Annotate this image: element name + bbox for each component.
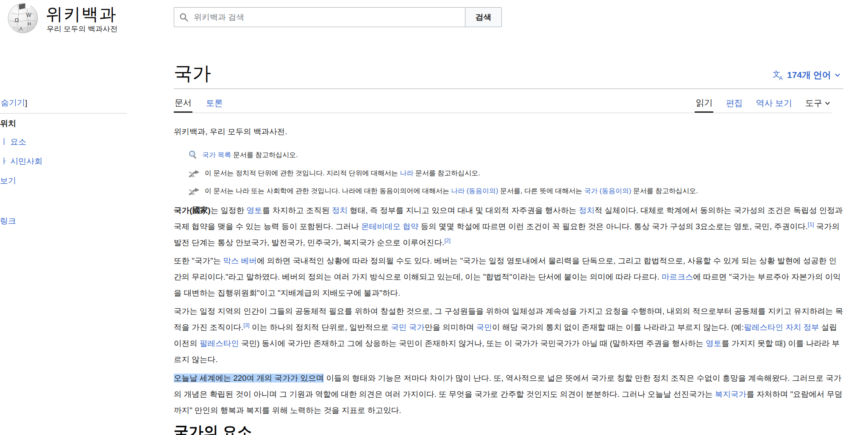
tab-tools[interactable]: 도구 — [804, 94, 832, 113]
wiki-link[interactable]: 나라 (동음이의) — [451, 187, 498, 194]
svg-text:W: W — [26, 12, 31, 18]
reference-link[interactable]: [1] — [808, 221, 814, 227]
wiki-link[interactable]: 팔레스타인 — [200, 339, 239, 348]
language-icon: 文 A — [773, 69, 784, 80]
tab-talk-label: 토론 — [206, 97, 223, 109]
highlighted-text: 오늘날 세계에는 220여 개의 국가가 있으며 — [174, 374, 324, 382]
hatnote-text: 이 문서는 나라 또는 사회학에 관한 것입니다. 나라에 대한 동음이의어에 … — [205, 185, 698, 197]
wiki-link[interactable]: 국가 (동음이의) — [584, 187, 631, 194]
hide-bracket: ] — [25, 98, 27, 107]
hatnote-disambiguation-1: 이 문서는 정치적 단위에 관한 것입니다. 지리적 단위에 대해서는 나라 문… — [188, 167, 843, 183]
hide-link-label[interactable]: 숨기기 — [1, 98, 25, 107]
magnifier-icon — [188, 150, 198, 164]
language-count-label: 174개 언어 — [787, 69, 831, 81]
search-icon — [179, 13, 189, 22]
wiki-link[interactable]: 나라 — [400, 169, 413, 177]
tab-edit[interactable]: 편집 — [725, 94, 743, 113]
section-heading-elements: 국가의 요소 — [174, 423, 843, 435]
wiki-link[interactable]: 막스 베버 — [223, 256, 257, 265]
wiki-link[interactable]: 마르크스 — [662, 272, 693, 281]
wiki-link[interactable]: 영토 — [246, 206, 262, 215]
language-selector-button[interactable]: 文 A 174개 언어 — [773, 69, 841, 81]
paragraph-weber-marx: 또한 "국가"는 막스 베버에 의하면 국내적인 상황에 따라 정의될 수도 있… — [174, 253, 843, 301]
title-divider — [174, 89, 843, 89]
tab-history-label: 역사 보기 — [756, 97, 792, 109]
site-tagline: 우리 모두의 백과사전 — [47, 24, 117, 34]
search-input[interactable] — [193, 12, 461, 22]
svg-text:Ω: Ω — [15, 17, 19, 23]
sidebar-divider — [0, 113, 127, 114]
svg-text:H: H — [28, 21, 31, 27]
wiki-link[interactable]: 복지국가 — [715, 390, 746, 399]
reference-link[interactable]: [3] — [243, 322, 249, 328]
wiki-link[interactable]: 국가 목록 — [202, 151, 231, 158]
tab-read[interactable]: 읽기 — [695, 94, 713, 113]
sidebar-hide-toggle[interactable]: 숨기기] — [1, 97, 132, 108]
hatnote-text: 국가 목록 문서를 참고하십시오. — [202, 149, 298, 161]
paragraph-definition: 국가(國家)는 일정한 영토를 차지하고 조직된 정치 형태, 즉 정부를 지니… — [174, 202, 843, 251]
reference-link[interactable]: [2] — [444, 237, 450, 244]
tab-edit-label: 편집 — [726, 97, 743, 109]
wiki-link[interactable]: 팔레스타인 자치 정부 — [744, 323, 819, 332]
site-subtitle: 위키백과, 우리 모두의 백과사전. — [174, 124, 843, 140]
wikipedia-globe-logo[interactable]: Ω W H 人 — [6, 2, 40, 33]
bold-term: 국가(國家) — [174, 206, 211, 215]
svg-text:A: A — [779, 75, 783, 80]
fork-icon — [188, 168, 200, 183]
site-wordmark[interactable]: 위키백과 — [46, 3, 117, 26]
chevron-down-icon — [824, 100, 831, 106]
sidebar-item-civil-society[interactable]: ㅏ 시민사회 — [0, 156, 131, 167]
wiki-link[interactable]: 국민 — [476, 323, 492, 332]
page-title: 국가 — [174, 61, 211, 86]
svg-text:人: 人 — [19, 26, 23, 31]
tab-article[interactable]: 문서 — [174, 94, 192, 113]
wiki-link[interactable]: 몬테비데오 협약 — [361, 222, 418, 231]
tab-tools-label: 도구 — [805, 97, 822, 109]
wiki-link[interactable]: 정치 — [332, 206, 348, 215]
sidebar-item-links[interactable]: 링크 — [0, 216, 131, 227]
tab-article-label: 문서 — [175, 97, 192, 108]
hatnote-see-also: 국가 목록 문서를 참고하십시오. — [188, 149, 843, 164]
paragraph-political-unit: 국가는 일정 지역의 인간이 그들의 공동체적 필요를 위하여 창설한 것으로,… — [174, 303, 843, 368]
globe-icon: Ω W H 人 — [6, 2, 40, 33]
tab-history[interactable]: 역사 보기 — [755, 94, 793, 113]
sidebar-item-elements[interactable]: ㅣ 요소 — [0, 136, 131, 147]
hatnote-text: 이 문서는 정치적 단위에 관한 것입니다. 지리적 단위에 대해서는 나라 문… — [205, 167, 480, 180]
tab-read-label: 읽기 — [696, 97, 712, 108]
article-tabs-bar: 문서 토론 읽기 편집 역사 보기 도구 — [174, 94, 832, 113]
wiki-link[interactable]: 정치 — [579, 206, 595, 215]
sidebar-item-view[interactable]: 보기 — [0, 175, 131, 186]
wiki-link[interactable]: 영토 — [706, 339, 721, 348]
wiki-link[interactable]: 국민 국가 — [391, 323, 425, 332]
hatnote-disambiguation-2: 이 문서는 나라 또는 사회학에 관한 것입니다. 나라에 대한 동음이의어에 … — [188, 185, 843, 201]
tab-talk[interactable]: 토론 — [205, 94, 224, 113]
sidebar-item-current-position[interactable]: 위치 — [0, 118, 131, 129]
chevron-down-icon — [834, 72, 841, 78]
fork-icon — [188, 186, 200, 201]
paragraph-modern-states: 오늘날 세계에는 220여 개의 국가가 있으며 이들의 형태와 기능은 저마다… — [174, 370, 843, 418]
search-button[interactable]: 검색 — [465, 7, 502, 27]
search-bar[interactable] — [174, 7, 465, 27]
